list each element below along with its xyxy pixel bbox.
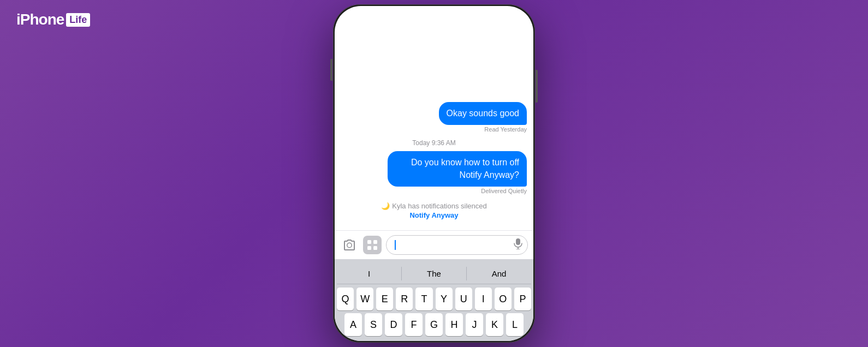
phone-frame: Okay sounds good Read Yesterday Today 9:… (333, 4, 535, 343)
key-P[interactable]: P (514, 288, 531, 310)
notify-anyway-button[interactable]: Notify Anyway (409, 211, 458, 219)
text-cursor (395, 240, 396, 250)
keyboard-row-1: Q W E R T Y U I O P (337, 288, 531, 310)
brand-logo: iPhone Life (16, 11, 90, 28)
key-Y[interactable]: Y (436, 288, 453, 310)
messages-area: Okay sounds good Read Yesterday Today 9:… (335, 6, 533, 230)
message-status-1: Read Yesterday (484, 126, 527, 133)
key-J[interactable]: J (466, 313, 483, 336)
key-S[interactable]: S (365, 313, 382, 336)
svg-rect-3 (373, 246, 377, 250)
timestamp: Today 9:36 AM (341, 139, 527, 147)
messages-screen: Okay sounds good Read Yesterday Today 9:… (335, 6, 533, 341)
key-K[interactable]: K (486, 313, 503, 336)
suggestion-3[interactable]: And (467, 267, 531, 280)
message-bubble-2: Do you know how to turn off Notify Anywa… (388, 151, 527, 187)
moon-icon: 🌙 (381, 202, 390, 210)
suggestion-1[interactable]: I (337, 267, 402, 280)
camera-button[interactable] (340, 236, 359, 254)
notification-silenced: 🌙 Kyla has notifications silenced Notify… (341, 202, 527, 219)
keyboard-row-2: A S D F G H J K L (337, 313, 531, 336)
key-R[interactable]: R (396, 288, 413, 310)
message-bubble-1: Okay sounds good (439, 102, 527, 125)
key-L[interactable]: L (506, 313, 524, 336)
keyboard-suggestions: I The And (337, 264, 531, 284)
apps-button[interactable] (363, 236, 382, 254)
key-D[interactable]: D (385, 313, 402, 336)
key-I[interactable]: I (475, 288, 492, 310)
key-E[interactable]: E (376, 288, 393, 310)
key-O[interactable]: O (495, 288, 512, 310)
svg-rect-1 (373, 240, 377, 244)
key-U[interactable]: U (455, 288, 472, 310)
key-Q[interactable]: Q (337, 288, 354, 310)
suggestion-2[interactable]: The (402, 267, 467, 280)
key-T[interactable]: T (415, 288, 432, 310)
message-input-area: Message (335, 230, 533, 259)
silenced-label: Kyla has notifications silenced (392, 202, 486, 210)
key-H[interactable]: H (445, 313, 463, 336)
message-status-2: Delivered Quietly (481, 188, 527, 194)
logo-iphone-text: iPhone (16, 11, 64, 28)
message-2: Do you know how to turn off Notify Anywa… (341, 151, 527, 194)
svg-rect-2 (367, 246, 371, 250)
keyboard: I The And Q W E R T Y U I O P (335, 259, 533, 341)
logo-life-text: Life (66, 13, 90, 27)
svg-rect-0 (367, 240, 371, 244)
key-W[interactable]: W (356, 288, 373, 310)
key-G[interactable]: G (425, 313, 443, 336)
key-A[interactable]: A (344, 313, 362, 336)
message-input-field[interactable] (386, 235, 528, 255)
key-F[interactable]: F (405, 313, 423, 336)
message-1: Okay sounds good Read Yesterday (341, 102, 527, 133)
message-input-wrapper: Message (386, 235, 528, 255)
phone-screen: Okay sounds good Read Yesterday Today 9:… (335, 6, 533, 341)
silenced-text: 🌙 Kyla has notifications silenced (381, 202, 486, 210)
